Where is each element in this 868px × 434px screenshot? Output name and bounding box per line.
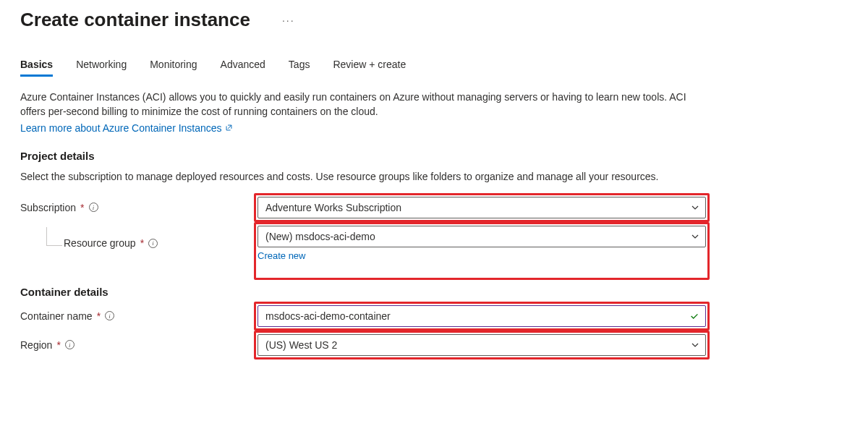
learn-more-link[interactable]: Learn more about Azure Container Instanc… [20, 122, 233, 134]
checkmark-icon [689, 311, 699, 321]
subscription-label: Subscription [20, 202, 76, 213]
tab-monitoring[interactable]: Monitoring [150, 59, 197, 77]
more-actions-icon[interactable]: ··· [282, 14, 295, 26]
region-value: (US) West US 2 [265, 339, 337, 351]
page-title: Create container instance [20, 9, 250, 31]
tab-advanced[interactable]: Advanced [221, 59, 265, 77]
tab-tags[interactable]: Tags [289, 59, 310, 77]
resource-group-select[interactable]: (New) msdocs-aci-demo [258, 226, 706, 247]
region-select[interactable]: (US) West US 2 [258, 334, 706, 356]
container-details-heading: Container details [20, 286, 848, 298]
external-link-icon [225, 124, 233, 132]
create-new-link[interactable]: Create new [258, 250, 305, 261]
info-icon[interactable]: i [148, 239, 158, 248]
container-name-label: Container name [20, 310, 93, 322]
info-icon[interactable]: i [105, 311, 114, 320]
intro-text: Azure Container Instances (ACI) allows y… [20, 90, 707, 119]
info-icon[interactable]: i [65, 340, 75, 349]
container-name-input[interactable]: msdocs-aci-demo-container [258, 305, 706, 327]
tab-basics[interactable]: Basics [20, 59, 53, 77]
required-marker: * [56, 339, 60, 351]
region-label: Region [20, 339, 52, 351]
project-details-heading: Project details [20, 150, 848, 162]
project-details-desc: Select the subscription to manage deploy… [20, 169, 707, 184]
subscription-value: Adventure Works Subscription [265, 202, 401, 213]
chevron-down-icon [691, 341, 699, 349]
tab-review-create[interactable]: Review + create [333, 59, 406, 77]
subscription-select[interactable]: Adventure Works Subscription [258, 197, 706, 218]
required-marker: * [80, 202, 84, 213]
chevron-down-icon [691, 232, 699, 241]
tab-networking[interactable]: Networking [76, 59, 127, 77]
required-marker: * [140, 237, 144, 249]
learn-more-link-text: Learn more about Azure Container Instanc… [20, 122, 222, 134]
info-icon[interactable]: i [89, 203, 98, 212]
tab-bar: Basics Networking Monitoring Advanced Ta… [20, 59, 848, 77]
chevron-down-icon [691, 203, 699, 212]
resource-group-value: (New) msdocs-aci-demo [265, 231, 375, 242]
container-name-value: msdocs-aci-demo-container [265, 310, 391, 322]
required-marker: * [97, 310, 101, 322]
resource-group-label: Resource group [64, 237, 136, 249]
